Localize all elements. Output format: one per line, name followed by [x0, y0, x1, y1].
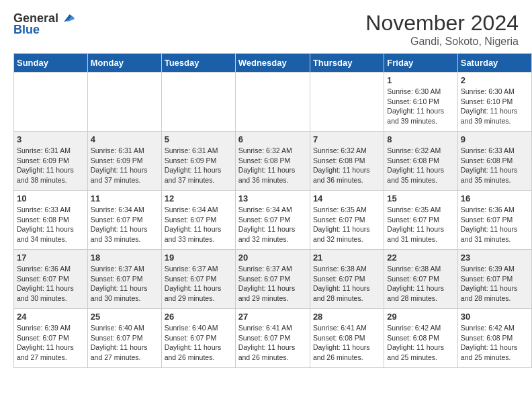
day-number: 17 — [17, 253, 85, 263]
day-info: Sunrise: 6:39 AMSunset: 6:07 PMDaylight:… — [461, 264, 529, 304]
day-number: 18 — [91, 253, 159, 263]
day-info: Sunrise: 6:38 AMSunset: 6:07 PMDaylight:… — [387, 264, 454, 304]
calendar-cell: 17Sunrise: 6:36 AMSunset: 6:07 PMDayligh… — [14, 250, 88, 309]
day-info: Sunrise: 6:37 AMSunset: 6:07 PMDaylight:… — [91, 264, 159, 304]
day-info: Sunrise: 6:37 AMSunset: 6:07 PMDaylight:… — [238, 264, 307, 304]
day-info: Sunrise: 6:36 AMSunset: 6:07 PMDaylight:… — [461, 205, 529, 244]
day-info: Sunrise: 6:33 AMSunset: 6:08 PMDaylight:… — [17, 205, 85, 244]
day-info: Sunrise: 6:39 AMSunset: 6:07 PMDaylight:… — [17, 323, 85, 363]
calendar-cell: 13Sunrise: 6:34 AMSunset: 6:07 PMDayligh… — [235, 191, 310, 250]
day-number: 21 — [313, 253, 381, 263]
day-number: 7 — [313, 134, 381, 144]
calendar-cell — [161, 73, 235, 132]
calendar-cell: 21Sunrise: 6:38 AMSunset: 6:07 PMDayligh… — [310, 250, 384, 309]
calendar-header-thursday: Thursday — [310, 54, 384, 73]
calendar-cell: 15Sunrise: 6:35 AMSunset: 6:07 PMDayligh… — [384, 191, 457, 250]
day-info: Sunrise: 6:35 AMSunset: 6:07 PMDaylight:… — [313, 205, 381, 244]
calendar-row: 1Sunrise: 6:30 AMSunset: 6:10 PMDaylight… — [14, 73, 532, 132]
day-info: Sunrise: 6:31 AMSunset: 6:09 PMDaylight:… — [17, 146, 85, 185]
calendar-header-monday: Monday — [87, 54, 161, 73]
day-info: Sunrise: 6:31 AMSunset: 6:09 PMDaylight:… — [91, 146, 159, 185]
day-number: 19 — [165, 253, 232, 263]
day-number: 20 — [238, 253, 307, 263]
day-number: 12 — [165, 193, 232, 203]
calendar-cell: 10Sunrise: 6:33 AMSunset: 6:08 PMDayligh… — [14, 191, 88, 250]
calendar-cell: 20Sunrise: 6:37 AMSunset: 6:07 PMDayligh… — [235, 250, 310, 309]
title-section: November 2024 Gandi, Sokoto, Nigeria — [365, 11, 519, 48]
day-number: 8 — [387, 134, 454, 144]
day-number: 10 — [17, 193, 85, 203]
day-info: Sunrise: 6:32 AMSunset: 6:08 PMDaylight:… — [313, 146, 381, 185]
calendar-cell — [310, 73, 384, 132]
day-info: Sunrise: 6:34 AMSunset: 6:07 PMDaylight:… — [165, 205, 232, 244]
day-info: Sunrise: 6:32 AMSunset: 6:08 PMDaylight:… — [238, 146, 307, 185]
calendar-cell: 16Sunrise: 6:36 AMSunset: 6:07 PMDayligh… — [457, 191, 531, 250]
calendar-cell: 7Sunrise: 6:32 AMSunset: 6:08 PMDaylight… — [310, 132, 384, 191]
day-info: Sunrise: 6:42 AMSunset: 6:08 PMDaylight:… — [461, 323, 529, 363]
day-info: Sunrise: 6:33 AMSunset: 6:08 PMDaylight:… — [461, 146, 529, 185]
day-info: Sunrise: 6:37 AMSunset: 6:07 PMDaylight:… — [165, 264, 232, 304]
calendar-cell: 24Sunrise: 6:39 AMSunset: 6:07 PMDayligh… — [14, 309, 88, 368]
calendar-cell — [14, 73, 88, 132]
calendar-cell: 29Sunrise: 6:42 AMSunset: 6:08 PMDayligh… — [384, 309, 457, 368]
calendar-cell: 19Sunrise: 6:37 AMSunset: 6:07 PMDayligh… — [161, 250, 235, 309]
calendar-table: SundayMondayTuesdayWednesdayThursdayFrid… — [13, 53, 532, 368]
day-info: Sunrise: 6:41 AMSunset: 6:08 PMDaylight:… — [313, 323, 381, 363]
day-number: 22 — [387, 253, 454, 263]
calendar-row: 10Sunrise: 6:33 AMSunset: 6:08 PMDayligh… — [14, 191, 532, 250]
day-number: 26 — [165, 312, 232, 322]
logo-icon — [60, 11, 75, 26]
day-number: 14 — [313, 193, 381, 203]
day-number: 2 — [461, 75, 529, 85]
month-title: November 2024 — [365, 11, 519, 36]
day-info: Sunrise: 6:38 AMSunset: 6:07 PMDaylight:… — [313, 264, 381, 304]
calendar-cell: 23Sunrise: 6:39 AMSunset: 6:07 PMDayligh… — [457, 250, 531, 309]
logo: General Blue — [13, 11, 75, 37]
calendar-cell: 18Sunrise: 6:37 AMSunset: 6:07 PMDayligh… — [87, 250, 161, 309]
calendar-row: 17Sunrise: 6:36 AMSunset: 6:07 PMDayligh… — [14, 250, 532, 309]
calendar-row: 3Sunrise: 6:31 AMSunset: 6:09 PMDaylight… — [14, 132, 532, 191]
day-number: 4 — [91, 134, 159, 144]
day-info: Sunrise: 6:36 AMSunset: 6:07 PMDaylight:… — [17, 264, 85, 304]
day-info: Sunrise: 6:30 AMSunset: 6:10 PMDaylight:… — [461, 87, 529, 126]
logo-blue-text: Blue — [13, 23, 40, 37]
calendar-cell: 3Sunrise: 6:31 AMSunset: 6:09 PMDaylight… — [14, 132, 88, 191]
day-number: 28 — [313, 312, 381, 322]
day-number: 5 — [165, 134, 232, 144]
calendar-cell: 28Sunrise: 6:41 AMSunset: 6:08 PMDayligh… — [310, 309, 384, 368]
calendar-cell: 8Sunrise: 6:32 AMSunset: 6:08 PMDaylight… — [384, 132, 457, 191]
day-number: 3 — [17, 134, 85, 144]
day-number: 25 — [91, 312, 159, 322]
calendar-cell: 2Sunrise: 6:30 AMSunset: 6:10 PMDaylight… — [457, 73, 531, 132]
calendar-cell: 30Sunrise: 6:42 AMSunset: 6:08 PMDayligh… — [457, 309, 531, 368]
calendar-cell: 14Sunrise: 6:35 AMSunset: 6:07 PMDayligh… — [310, 191, 384, 250]
day-number: 16 — [461, 193, 529, 203]
calendar-cell — [235, 73, 310, 132]
day-number: 11 — [91, 193, 159, 203]
calendar-header-saturday: Saturday — [457, 54, 531, 73]
day-info: Sunrise: 6:30 AMSunset: 6:10 PMDaylight:… — [387, 87, 454, 126]
calendar-cell: 12Sunrise: 6:34 AMSunset: 6:07 PMDayligh… — [161, 191, 235, 250]
calendar-cell — [87, 73, 161, 132]
calendar-header-sunday: Sunday — [14, 54, 88, 73]
day-info: Sunrise: 6:32 AMSunset: 6:08 PMDaylight:… — [387, 146, 454, 185]
calendar-header-wednesday: Wednesday — [235, 54, 310, 73]
calendar-cell: 22Sunrise: 6:38 AMSunset: 6:07 PMDayligh… — [384, 250, 457, 309]
day-info: Sunrise: 6:42 AMSunset: 6:08 PMDaylight:… — [387, 323, 454, 363]
calendar-cell: 11Sunrise: 6:34 AMSunset: 6:07 PMDayligh… — [87, 191, 161, 250]
day-info: Sunrise: 6:41 AMSunset: 6:07 PMDaylight:… — [238, 323, 307, 363]
day-number: 30 — [461, 312, 529, 322]
calendar-header-row: SundayMondayTuesdayWednesdayThursdayFrid… — [14, 54, 532, 73]
day-info: Sunrise: 6:34 AMSunset: 6:07 PMDaylight:… — [91, 205, 159, 244]
calendar-cell: 9Sunrise: 6:33 AMSunset: 6:08 PMDaylight… — [457, 132, 531, 191]
day-info: Sunrise: 6:35 AMSunset: 6:07 PMDaylight:… — [387, 205, 454, 244]
day-info: Sunrise: 6:40 AMSunset: 6:07 PMDaylight:… — [91, 323, 159, 363]
day-number: 13 — [238, 193, 307, 203]
calendar-row: 24Sunrise: 6:39 AMSunset: 6:07 PMDayligh… — [14, 309, 532, 368]
day-number: 27 — [238, 312, 307, 322]
day-number: 15 — [387, 193, 454, 203]
calendar-container: SundayMondayTuesdayWednesdayThursdayFrid… — [0, 53, 532, 375]
calendar-cell: 27Sunrise: 6:41 AMSunset: 6:07 PMDayligh… — [235, 309, 310, 368]
calendar-cell: 26Sunrise: 6:40 AMSunset: 6:07 PMDayligh… — [161, 309, 235, 368]
calendar-cell: 4Sunrise: 6:31 AMSunset: 6:09 PMDaylight… — [87, 132, 161, 191]
